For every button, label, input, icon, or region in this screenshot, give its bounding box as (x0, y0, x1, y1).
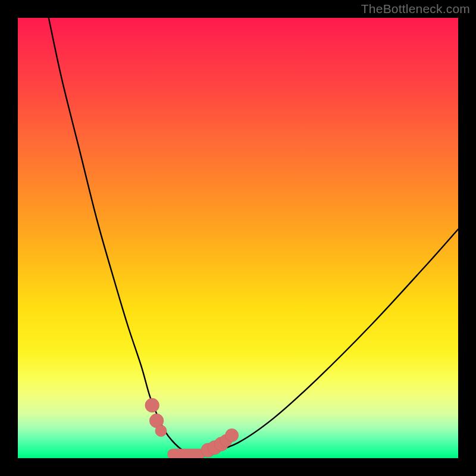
bottleneck-curve (49, 18, 458, 454)
trough-marker (155, 425, 167, 437)
trough-marker (226, 428, 239, 441)
trough-markers (145, 398, 239, 458)
trough-marker (145, 398, 159, 412)
watermark-text: TheBottleneck.com (361, 2, 470, 16)
plot-area (18, 18, 458, 458)
trough-bar (168, 449, 205, 458)
chart-stage: TheBottleneck.com (0, 0, 476, 476)
curve-layer (18, 18, 458, 458)
